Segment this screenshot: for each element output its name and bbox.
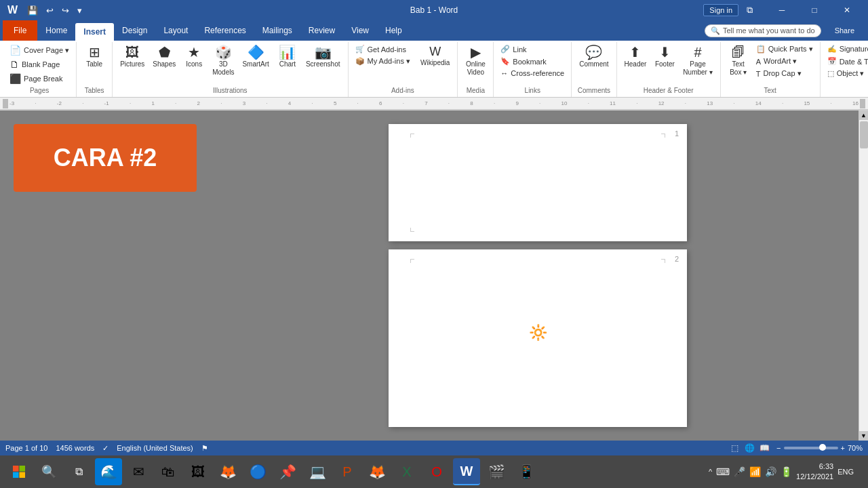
redo-qat-btn[interactable]: ↪ [60, 4, 71, 17]
tab-review[interactable]: Review [300, 20, 343, 41]
document-pages[interactable]: 1 2 🔆 [217, 110, 859, 441]
svg-rect-2 [13, 472, 19, 479]
zoom-in-btn[interactable]: + [841, 444, 845, 452]
restore-down-icon[interactable]: ⧉ [741, 5, 758, 16]
edge-taskbar-icon[interactable]: 🌊 [95, 458, 122, 485]
comment-icon: 💬 [585, 45, 602, 59]
tab-home[interactable]: Home [37, 20, 75, 41]
tell-me-bar[interactable]: 🔍 Tell me what you want to do [705, 24, 821, 37]
cross-reference-button[interactable]: ↔ Cross-reference [498, 68, 567, 79]
opera-icon: O [431, 464, 442, 480]
scroll-up-button[interactable]: ▲ [859, 110, 869, 120]
minimize-button[interactable]: ─ [766, 0, 797, 20]
powerpoint-taskbar-icon[interactable]: P [334, 458, 361, 485]
tab-layout[interactable]: Layout [155, 20, 196, 41]
screenshot-button[interactable]: 📷 Screenshot [302, 43, 344, 70]
network-icon[interactable]: 📶 [749, 466, 761, 477]
signature-line-button[interactable]: ✍ Signature Line ▾ [825, 43, 868, 55]
comments-buttons: 💬 Comment [576, 43, 612, 85]
cover-page-button[interactable]: 📄 Cover Page ▾ [7, 43, 72, 57]
drop-cap-button[interactable]: T Drop Cap ▾ [753, 68, 816, 79]
tab-view[interactable]: View [343, 20, 377, 41]
word-taskbar-icon[interactable]: W [453, 458, 480, 485]
task-view-button[interactable]: ⧉ [65, 458, 92, 485]
zoom-slider-thumb[interactable] [819, 444, 826, 451]
powershell-taskbar-icon[interactable]: 💻 [304, 458, 331, 485]
chart-button[interactable]: 📊 Chart [274, 43, 301, 70]
shapes-button[interactable]: ⬟ Shapes [149, 43, 179, 70]
wikipedia-button[interactable]: W Wikipedia [417, 43, 453, 69]
links-group-label: Links [525, 87, 540, 96]
scroll-track[interactable] [859, 120, 868, 431]
table-button[interactable]: ⊞ Table [81, 43, 108, 70]
cover-page-icon: 📄 [9, 45, 21, 56]
unknown-taskbar-icon[interactable]: 📱 [513, 458, 540, 485]
zoom-out-btn[interactable]: − [776, 444, 781, 452]
scroll-thumb[interactable] [860, 121, 868, 148]
header-button[interactable]: ⬆ Header [621, 43, 650, 70]
comment-button[interactable]: 💬 Comment [576, 43, 612, 70]
icons-button[interactable]: ★ Icons [180, 43, 208, 70]
blank-page-button[interactable]: 🗋 Blank Page [7, 58, 72, 71]
search-taskbar-button[interactable]: 🔍 [35, 458, 62, 485]
store-taskbar-icon[interactable]: 🛍 [155, 458, 182, 485]
bookmark-button[interactable]: 🔖 Bookmark [498, 56, 567, 67]
vertical-scrollbar[interactable]: ▲ ▼ [859, 110, 868, 441]
mail-taskbar-icon[interactable]: ✉ [125, 458, 152, 485]
quick-parts-button[interactable]: 📋 Quick Parts ▾ [753, 43, 816, 55]
maximize-button[interactable]: □ [799, 0, 830, 20]
text-box-button[interactable]: 🗐 TextBox ▾ [725, 43, 752, 79]
system-clock[interactable]: 6:33 12/12/2021 [796, 462, 833, 483]
3d-models-button[interactable]: 🎲 3DModels [209, 43, 237, 79]
sticky-notes-taskbar-icon[interactable]: 📌 [274, 458, 301, 485]
camtasia-taskbar-icon[interactable]: 🎬 [483, 458, 510, 485]
tab-file[interactable]: File [3, 20, 37, 41]
tab-mailings[interactable]: Mailings [254, 20, 300, 41]
tab-references[interactable]: References [196, 20, 254, 41]
comments-group-label: Comments [578, 87, 610, 96]
my-addins-button[interactable]: 📦 My Add-ins ▾ [353, 56, 413, 67]
volume-icon[interactable]: 🔊 [765, 466, 776, 477]
footer-button[interactable]: ⬇ Footer [651, 43, 678, 70]
firefox-taskbar-icon[interactable]: 🦊 [363, 458, 391, 485]
get-addins-button[interactable]: 🛒 Get Add-ins [353, 43, 413, 55]
opera-taskbar-icon[interactable]: O [423, 458, 450, 485]
smartart-button[interactable]: 🔷 SmartArt [239, 43, 272, 70]
page-count: Page 1 of 10 [5, 444, 47, 452]
close-button[interactable]: ✕ [831, 0, 863, 20]
wordart-button[interactable]: A WordArt ▾ [753, 56, 816, 67]
web-layout-view-btn[interactable]: 🌐 [743, 443, 756, 453]
sign-in-button[interactable]: Sign in [703, 4, 738, 16]
date-time-button[interactable]: 📅 Date & Time [825, 56, 868, 67]
save-qat-btn[interactable]: 💾 [25, 4, 40, 17]
zoom-slider[interactable] [784, 447, 838, 449]
browser2-taskbar-icon[interactable]: 🦊 [214, 458, 241, 485]
system-tray-icons: ⌨ 🎤 📶 🔊 🔋 [716, 466, 792, 477]
pictures-button[interactable]: 🖼 Pictures [117, 43, 148, 70]
share-button[interactable]: Share [827, 24, 863, 37]
customize-qat-btn[interactable]: ▾ [75, 4, 84, 17]
tab-insert[interactable]: Insert [75, 23, 114, 41]
chrome-taskbar-icon[interactable]: 🔵 [244, 458, 271, 485]
word-icon: W [5, 3, 20, 17]
online-video-button[interactable]: ▶ OnlineVideo [462, 43, 489, 79]
link-button[interactable]: 🔗 Link [498, 43, 567, 55]
print-layout-view-btn[interactable]: ⬚ [728, 443, 741, 453]
expand-tray-btn[interactable]: ^ [709, 468, 712, 476]
photos-taskbar-icon[interactable]: 🖼 [184, 458, 212, 485]
undo-qat-btn[interactable]: ↩ [44, 4, 56, 17]
my-addins-icon: 📦 [355, 57, 365, 66]
page-number-button[interactable]: # PageNumber ▾ [679, 43, 715, 79]
excel-taskbar-icon[interactable]: X [393, 458, 420, 485]
page-break-button[interactable]: ⬛ Page Break [7, 72, 72, 85]
start-button[interactable] [5, 458, 33, 485]
read-mode-view-btn[interactable]: 📖 [757, 443, 771, 453]
document-page-2[interactable]: 2 🔆 [389, 249, 687, 427]
scroll-down-button[interactable]: ▼ [859, 431, 869, 441]
tab-help[interactable]: Help [377, 20, 410, 41]
tab-design[interactable]: Design [114, 20, 155, 41]
document-page-1[interactable]: 1 [389, 124, 687, 241]
tables-group-label: Tables [85, 87, 104, 96]
pages-group-label: Pages [30, 87, 49, 96]
object-button[interactable]: ⬚ Object ▾ [825, 68, 868, 79]
